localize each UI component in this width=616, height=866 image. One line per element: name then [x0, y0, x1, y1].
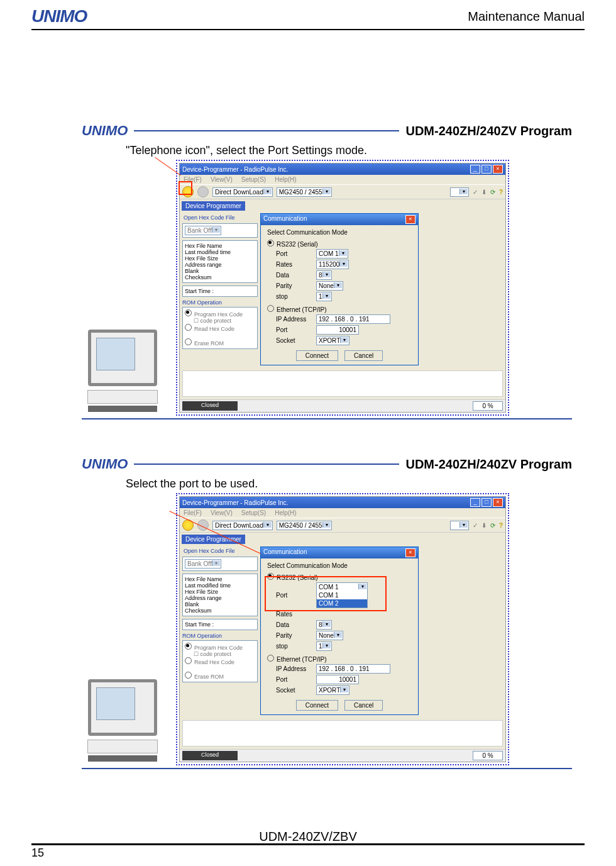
rom-code-protect[interactable]: ☐ code protect — [194, 318, 255, 324]
mode-select-2[interactable]: Direct DownLoad — [212, 521, 273, 530]
info-range-2: Address range — [185, 595, 255, 601]
toolbar-down-icon-2[interactable]: ⬇ — [481, 522, 487, 529]
comm-title-text-2: Communication — [263, 548, 307, 557]
rom-erase[interactable]: Erase ROM — [185, 338, 255, 347]
toolbar-check-icon[interactable]: ✓ — [473, 189, 478, 196]
rom-erase-2[interactable]: Erase ROM — [185, 672, 255, 680]
callout-2: Select the port to be used. — [126, 477, 572, 491]
minimize-button[interactable]: _ — [470, 165, 480, 174]
rom-read-2[interactable]: Read Hex Code — [185, 657, 255, 665]
comm-close-button[interactable]: × — [405, 215, 415, 224]
open-hex-link-2[interactable]: Open Hex Code File — [184, 548, 235, 554]
rom-program-2[interactable]: Program Hex Code — [185, 643, 255, 651]
data-select[interactable]: 8 — [316, 270, 332, 280]
menu-setup[interactable]: Setup(S) — [241, 176, 266, 183]
toolbar-down-icon[interactable]: ⬇ — [481, 189, 487, 196]
eth-radio-2[interactable]: Ethernet (TCP/IP) — [267, 655, 412, 663]
bank-off-select-2[interactable]: Bank Off — [182, 557, 258, 571]
toolbar-help-icon-2[interactable]: ? — [499, 522, 503, 529]
menu-view[interactable]: View(V) — [211, 176, 233, 183]
open-hex-link[interactable]: Open Hex Code File — [184, 214, 235, 221]
window-body-1: Open Hex Code File Bank Off Hex File Nam… — [180, 211, 505, 368]
chip-select[interactable]: MG2450 / 2455 — [277, 187, 332, 197]
comm-titlebar-2[interactable]: Communication × — [261, 547, 418, 558]
info-hex-file-name-2: Hex File Name — [185, 576, 255, 582]
close-button-2[interactable]: × — [493, 498, 503, 507]
toolbar-help-icon[interactable]: ? — [499, 189, 503, 196]
toolbar-icon-2[interactable] — [197, 186, 209, 197]
rates-select[interactable]: 115200 — [316, 260, 349, 269]
cancel-button[interactable]: Cancel — [344, 350, 383, 361]
stop-select-2[interactable]: 1 — [316, 641, 332, 651]
info-blank: Blank — [185, 268, 255, 274]
titlebar[interactable]: Device-Programmer - RadioPulse Inc. _ □ … — [180, 164, 505, 175]
status-closed: Closed — [182, 401, 238, 411]
left-column: Open Hex Code File Bank Off Hex File Nam… — [182, 213, 258, 365]
info-blank-2: Blank — [185, 601, 255, 608]
rom-code-protect-2[interactable]: ☐ code protect — [194, 651, 255, 657]
bank-off-select[interactable]: Bank Off — [182, 223, 258, 238]
close-button[interactable]: × — [493, 165, 503, 174]
connect-button-2[interactable]: Connect — [296, 700, 338, 711]
red-highlight-telephone-icon — [179, 181, 192, 195]
lbl-socket-2: Socket — [276, 687, 311, 694]
eport-input-2[interactable]: 10001 — [316, 675, 359, 684]
menu-view-2[interactable]: View(V) — [211, 509, 233, 516]
page-number: 15 — [31, 843, 585, 860]
serial-radio[interactable]: RS232 (Serial) — [267, 240, 412, 248]
cancel-button-2[interactable]: Cancel — [344, 700, 383, 711]
computer-icon-2 — [82, 679, 163, 762]
socket-select-2[interactable]: XPORT — [316, 686, 349, 695]
parity-select-2[interactable]: None — [316, 631, 343, 640]
panel-rule-1 — [134, 130, 399, 131]
bank-off-value: Bank Off — [185, 226, 221, 235]
mode-select[interactable]: Direct DownLoad — [212, 187, 273, 197]
document-page: UNIMO Maintenance Manual UNIMO UDM-240ZH… — [0, 0, 616, 866]
data-select-2[interactable]: 8 — [316, 620, 332, 630]
ip-input[interactable]: 192 . 168 . 0 . 191 — [316, 314, 390, 324]
comm-close-button-2[interactable]: × — [405, 548, 415, 557]
ip-input-2[interactable]: 192 . 168 . 0 . 191 — [316, 664, 390, 674]
screenshot-frame-1: Device-Programmer - RadioPulse Inc. _ □ … — [176, 160, 509, 416]
blank-select[interactable] — [450, 187, 469, 197]
status-bar: Closed 0 % — [180, 399, 505, 412]
lbl-socket: Socket — [276, 337, 311, 344]
start-time-box-2: Start Time : — [182, 619, 258, 630]
keyboard-icon — [88, 406, 157, 412]
menu-setup-2[interactable]: Setup(S) — [241, 509, 266, 516]
comm-heading: Select Communication Mode — [267, 229, 412, 236]
chip-select-2[interactable]: MG2450 / 2455 — [277, 521, 332, 530]
menu-file-2[interactable]: File(F) — [184, 509, 202, 516]
lbl-rates-2: Rates — [276, 611, 311, 618]
log-area-2 — [182, 720, 503, 747]
status-bar-2: Closed 0 % — [180, 749, 505, 762]
toolbar-refresh-icon-2[interactable]: ⟳ — [490, 522, 495, 529]
menu-help-2[interactable]: Help(H) — [275, 509, 296, 516]
rom-program[interactable]: Program Hex Code — [185, 309, 255, 318]
lbl-eport-2: Port — [276, 676, 311, 683]
parity-select[interactable]: None — [316, 281, 343, 291]
eth-radio[interactable]: Ethernet (TCP/IP) — [267, 305, 412, 313]
comm-body-2: Select Communication Mode RS232 (Serial)… — [261, 558, 418, 714]
socket-select[interactable]: XPORT — [316, 336, 349, 345]
toolbar-refresh-icon[interactable]: ⟳ — [490, 189, 495, 196]
port-select[interactable]: COM 1 — [316, 249, 348, 258]
minimize-button-2[interactable]: _ — [470, 498, 480, 507]
comm-titlebar[interactable]: Communication × — [261, 214, 418, 225]
page-header: UNIMO Maintenance Manual — [31, 6, 585, 30]
blank-select-2[interactable] — [450, 521, 469, 530]
menu-help[interactable]: Help(H) — [275, 176, 296, 183]
connect-button[interactable]: Connect — [296, 350, 338, 361]
maximize-button[interactable]: □ — [481, 165, 492, 174]
titlebar-2[interactable]: Device-Programmer - RadioPulse Inc. _ □ … — [180, 497, 505, 508]
rom-op-label: ROM Operation — [182, 299, 258, 306]
toolbar-check-icon-2[interactable]: ✓ — [473, 522, 478, 529]
maximize-button-2[interactable]: □ — [481, 498, 492, 507]
rom-read[interactable]: Read Hex Code — [185, 324, 255, 332]
tab-device-programmer[interactable]: Device Programmer — [182, 201, 245, 211]
status-percent-2: 0 % — [473, 751, 503, 760]
lbl-data: Data — [276, 272, 311, 279]
stop-select[interactable]: 1 — [316, 292, 332, 301]
lbl-data-2: Data — [276, 621, 311, 628]
eport-input[interactable]: 10001 — [316, 325, 359, 335]
